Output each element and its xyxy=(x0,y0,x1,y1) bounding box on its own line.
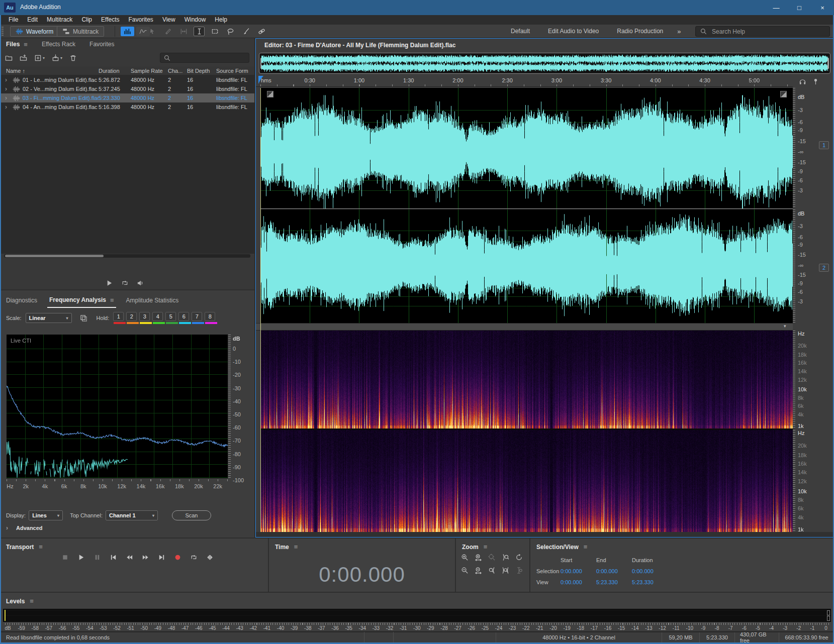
divider-collapse-icon[interactable]: ▾ xyxy=(784,324,786,329)
value-end[interactable]: 5:23.330 xyxy=(596,579,632,585)
hold-button-3[interactable]: 3 xyxy=(139,312,150,321)
paintbrush-tool[interactable] xyxy=(240,27,251,36)
value-start[interactable]: 0:00.000 xyxy=(561,579,596,585)
scan-button[interactable]: Scan xyxy=(172,510,211,520)
zoom-pan-button[interactable] xyxy=(487,553,497,562)
hold-button-5[interactable]: 5 xyxy=(165,312,176,321)
time-display[interactable]: 0:00.000 xyxy=(269,563,455,587)
column-header-samplerate[interactable]: Sample Rate xyxy=(131,68,168,74)
menu-multitrack[interactable]: Multitrack xyxy=(42,15,77,25)
column-header-duration[interactable]: Duration xyxy=(99,68,131,74)
column-header-bitdepth[interactable]: Bit Depth xyxy=(187,68,216,74)
spot-healing-brush-tool[interactable] xyxy=(256,27,267,36)
panel-menu-icon[interactable]: ≡ xyxy=(110,296,114,304)
menu-clip[interactable]: Clip xyxy=(77,15,97,25)
zoom-in-button[interactable] xyxy=(459,553,470,562)
panel-menu-icon[interactable]: ≡ xyxy=(584,543,588,551)
file-row[interactable]: ›02 - Ve...ming Dalum Edit).flac5:37.245… xyxy=(0,84,254,93)
play-button[interactable] xyxy=(106,279,113,287)
menu-edit[interactable]: Edit xyxy=(23,15,42,25)
tab-favorites[interactable]: Favorites xyxy=(89,41,114,48)
maximize-button[interactable]: □ xyxy=(788,0,811,15)
level-meter[interactable] xyxy=(3,609,831,622)
waveform-view-button[interactable] xyxy=(121,27,134,36)
move-tool[interactable] xyxy=(147,27,158,36)
value-start[interactable]: 0:00.000 xyxy=(561,568,596,574)
waveform-spectral-divider[interactable] xyxy=(256,323,793,331)
zoom-to-selection-button[interactable] xyxy=(500,566,510,575)
new-content-icon[interactable]: ▾ xyxy=(34,54,45,62)
delete-icon[interactable] xyxy=(69,54,77,62)
razor-tool[interactable] xyxy=(162,27,173,36)
hold-button-2[interactable]: 2 xyxy=(126,312,137,321)
value-duration[interactable]: 5:23.330 xyxy=(632,579,668,585)
spectrogram-channel-2[interactable] xyxy=(260,430,793,532)
hold-button-1[interactable]: 1 xyxy=(113,312,124,321)
channel-badge-2[interactable]: 2 xyxy=(819,264,829,272)
file-row[interactable]: ›01 - Le...ming Dalum Edit).flac5:26.872… xyxy=(0,75,254,84)
toolbar-grip[interactable] xyxy=(2,27,4,36)
multitrack-mode-button[interactable]: Multitrack xyxy=(57,26,104,37)
tab-amplitude-statistics[interactable]: Amplitude Statistics xyxy=(126,297,179,308)
waveform-mode-button[interactable]: Waveform xyxy=(10,26,59,37)
fade-in-handle[interactable] xyxy=(267,91,273,97)
timeline-ruler[interactable]: hms 0:301:001:302:002:303:003:304:004:30… xyxy=(256,76,793,87)
zoom-reset-button[interactable] xyxy=(514,553,524,562)
horizontal-scrollbar[interactable] xyxy=(4,254,250,258)
value-duration[interactable]: 0:00.000 xyxy=(632,568,668,574)
pin-icon[interactable] xyxy=(812,78,819,87)
display-select[interactable]: Lines▾ xyxy=(29,510,63,520)
chevron-right-icon[interactable]: › xyxy=(5,76,10,83)
search-help-box[interactable] xyxy=(695,26,830,37)
channel-badge-1[interactable]: 1 xyxy=(819,141,829,149)
scale-select[interactable]: Linear▾ xyxy=(26,313,72,323)
minimize-button[interactable]: — xyxy=(765,0,788,15)
menu-help[interactable]: Help xyxy=(210,15,232,25)
record-button[interactable] xyxy=(173,553,182,562)
zoom-to-in-point-button[interactable] xyxy=(500,553,510,562)
zoom-amplitude-button[interactable] xyxy=(514,566,524,575)
tab-frequency-analysis[interactable]: Frequency Analysis≡ xyxy=(49,296,114,308)
advanced-toggle[interactable]: › Advanced xyxy=(6,524,43,531)
hold-button-7[interactable]: 7 xyxy=(192,312,202,321)
rewind-button[interactable] xyxy=(125,553,134,562)
menu-file[interactable]: File xyxy=(4,15,23,25)
play-button[interactable] xyxy=(76,553,85,562)
menu-effects[interactable]: Effects xyxy=(97,15,124,25)
workspace-overflow-icon[interactable]: » xyxy=(673,28,685,35)
hold-button-6[interactable]: 6 xyxy=(178,312,189,321)
panel-menu-icon[interactable]: ≡ xyxy=(30,597,34,605)
lasso-selection-tool[interactable] xyxy=(225,27,236,36)
waveform-channel-1[interactable] xyxy=(260,88,793,208)
zoom-in-full-width-button[interactable] xyxy=(473,553,483,562)
chevron-right-icon[interactable]: › xyxy=(5,85,10,92)
file-row[interactable]: ›03 - Fi...mming Dalum Edit).flac5:23.33… xyxy=(0,93,254,102)
auto-play-button[interactable] xyxy=(137,279,144,287)
scrollbar-thumb[interactable] xyxy=(5,255,104,257)
slip-tool[interactable] xyxy=(178,27,189,36)
fast-forward-button[interactable] xyxy=(141,553,150,562)
panel-menu-icon[interactable]: ≡ xyxy=(484,543,488,551)
hold-button-4[interactable]: 4 xyxy=(152,312,163,321)
marquee-selection-tool[interactable] xyxy=(209,27,220,36)
tab-effects-rack[interactable]: Effects Rack xyxy=(42,41,75,48)
loop-playback-button[interactable] xyxy=(189,553,198,562)
overview-strip[interactable] xyxy=(259,53,830,74)
skip-to-end-button[interactable] xyxy=(157,553,166,562)
copy-graph-icon[interactable] xyxy=(80,314,87,322)
workspace-radio-production[interactable]: Radio Production xyxy=(609,28,671,35)
value-end[interactable]: 0:00.000 xyxy=(596,568,632,574)
menu-favorites[interactable]: Favorites xyxy=(124,15,158,25)
open-file-icon[interactable] xyxy=(5,54,13,62)
search-help-input[interactable] xyxy=(711,28,811,36)
workspace-default[interactable]: Default xyxy=(503,28,538,35)
zoom-to-out-point-button[interactable] xyxy=(487,566,497,575)
hold-button-8[interactable]: 8 xyxy=(205,312,215,321)
workspace-edit-audio-to-video[interactable]: Edit Audio to Video xyxy=(540,28,607,35)
column-header-sourceform[interactable]: Source Form xyxy=(216,68,254,74)
loop-playback-button[interactable] xyxy=(121,279,129,287)
panel-menu-icon[interactable]: ≡ xyxy=(39,543,43,551)
file-row[interactable]: ›04 - An...ming Dalum Edit).flac5:16.398… xyxy=(0,102,254,112)
top-channel-select[interactable]: Channel 1▾ xyxy=(106,510,158,520)
pause-button[interactable] xyxy=(92,553,102,562)
